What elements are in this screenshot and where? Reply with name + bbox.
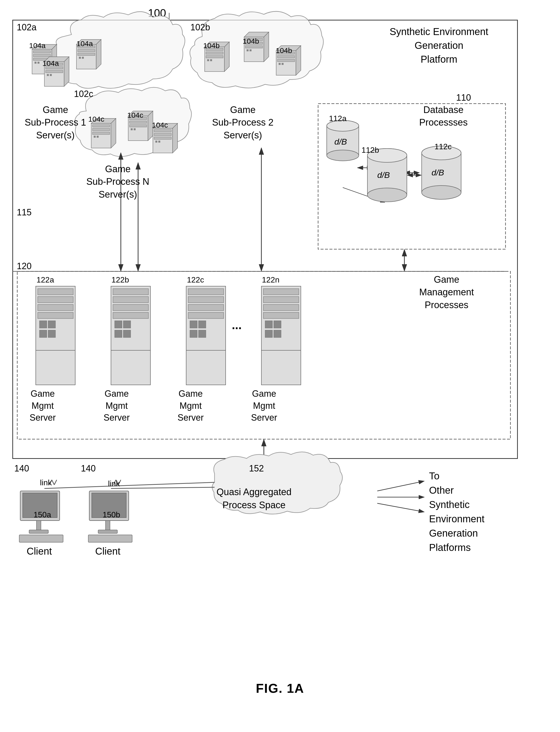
svg-rect-48 <box>47 74 49 76</box>
svg-rect-129 <box>113 296 148 303</box>
svg-rect-96 <box>131 128 133 130</box>
svg-rect-122 <box>38 312 73 318</box>
svg-rect-138 <box>188 296 224 303</box>
cloud-102c-content: GameSub-Process NServer(s) <box>86 163 149 201</box>
svg-rect-124 <box>48 321 55 328</box>
process-space-label: Quasi AggregatedProcess Space <box>217 486 291 512</box>
svg-rect-99 <box>154 129 171 132</box>
client-device-ref-150a: 150a <box>34 510 51 519</box>
server-ref-104a-1: 104a <box>29 41 46 50</box>
svg-rect-45 <box>46 70 63 73</box>
svg-line-28 <box>52 480 54 485</box>
svg-line-30 <box>111 487 215 489</box>
cloud-102a-content: GameSub-Process 1Server(s) <box>25 104 86 142</box>
server-ref-104c-2: 104c <box>127 111 143 119</box>
db-ref-112b: 112b <box>361 145 379 155</box>
svg-rect-140 <box>188 312 224 318</box>
svg-marker-55 <box>96 39 101 69</box>
svg-rect-18 <box>36 521 41 531</box>
ref-120: 120 <box>17 261 32 271</box>
svg-rect-36 <box>33 54 51 57</box>
mgmt-server-ref-122b: 122b <box>111 275 129 284</box>
db-ref-112a: 112a <box>329 114 346 123</box>
client-label-1: Client <box>27 546 52 557</box>
svg-rect-41 <box>37 62 39 64</box>
svg-rect-139 <box>188 304 224 310</box>
client-label-2: Client <box>95 546 120 557</box>
cloud-102c-ref: 102c <box>74 89 93 99</box>
svg-rect-24 <box>98 530 117 533</box>
svg-rect-77 <box>277 59 295 62</box>
svg-rect-100 <box>154 133 171 136</box>
link-label-2: link <box>108 479 120 488</box>
svg-rect-76 <box>277 55 295 58</box>
svg-rect-125 <box>39 330 47 337</box>
svg-rect-126 <box>48 330 55 337</box>
svg-rect-81 <box>282 63 284 65</box>
svg-rect-49 <box>50 74 52 76</box>
svg-rect-65 <box>210 59 212 61</box>
svg-rect-25 <box>88 535 132 542</box>
process-space-ref-152: 152 <box>249 463 264 474</box>
svg-rect-88 <box>94 136 96 138</box>
svg-rect-53 <box>78 53 95 55</box>
mgmt-server-ref-122n: 122n <box>262 275 279 284</box>
svg-rect-101 <box>154 137 171 139</box>
ref-115: 115 <box>17 207 32 218</box>
svg-marker-71 <box>264 32 269 62</box>
mgmt-server-label-122c: GameMgmtServer <box>178 388 204 424</box>
link-label-1: link <box>40 478 52 487</box>
client-ref-140-2: 140 <box>81 463 96 474</box>
svg-rect-60 <box>206 52 223 54</box>
cloud-102b-content: GameSub-Process 2Server(s) <box>212 104 273 142</box>
svg-rect-120 <box>38 296 73 303</box>
svg-rect-64 <box>207 59 209 61</box>
svg-rect-69 <box>245 46 263 48</box>
svg-rect-151 <box>274 321 281 328</box>
svg-rect-121 <box>38 304 73 310</box>
svg-rect-97 <box>134 128 136 130</box>
server-ref-104a-2: 104a <box>42 59 59 68</box>
svg-marker-79 <box>296 46 301 75</box>
mgmt-server-label-122a: GameMgmtServer <box>30 388 56 424</box>
server-ref-104b-1: 104b <box>203 41 220 50</box>
svg-rect-104 <box>155 141 157 143</box>
svg-rect-132 <box>115 321 122 328</box>
svg-marker-47 <box>64 57 69 86</box>
figure-label: FIG. 1A <box>256 681 304 696</box>
svg-rect-119 <box>38 289 73 295</box>
svg-rect-84 <box>92 128 110 131</box>
svg-rect-19 <box>29 530 48 533</box>
svg-rect-40 <box>35 62 36 64</box>
svg-rect-123 <box>39 321 47 328</box>
svg-rect-128 <box>113 289 148 295</box>
svg-rect-147 <box>263 296 299 303</box>
mgmt-server-ref-122c: 122c <box>187 275 204 284</box>
db-ref-112c: 112c <box>434 142 452 151</box>
svg-rect-35 <box>33 51 51 53</box>
svg-rect-134 <box>115 330 122 337</box>
svg-rect-93 <box>129 125 147 127</box>
db-label-112b: d/B <box>377 170 390 180</box>
svg-rect-61 <box>206 55 223 58</box>
svg-rect-144 <box>199 330 206 337</box>
mgmt-ellipsis: ... <box>232 318 242 332</box>
db-label-112c: d/B <box>432 168 444 177</box>
svg-rect-57 <box>82 57 84 59</box>
svg-rect-143 <box>190 330 197 337</box>
svg-rect-73 <box>250 49 252 51</box>
svg-rect-152 <box>265 330 272 337</box>
mgmt-server-label-122n: GameMgmtServer <box>251 388 277 424</box>
mgmt-server-ref-122a: 122a <box>36 275 54 284</box>
svg-rect-20 <box>19 535 63 542</box>
svg-rect-137 <box>188 289 224 295</box>
cloud-102a-ref: 102a <box>17 22 36 33</box>
svg-rect-130 <box>113 304 148 310</box>
server-ref-104a-3: 104a <box>76 39 93 48</box>
svg-rect-89 <box>97 136 99 138</box>
server-ref-104c-1: 104c <box>88 115 104 123</box>
svg-marker-87 <box>111 118 116 148</box>
mgmt-box-title: GameManagementProcesses <box>419 273 474 311</box>
svg-rect-148 <box>263 304 299 310</box>
svg-marker-63 <box>224 42 229 72</box>
